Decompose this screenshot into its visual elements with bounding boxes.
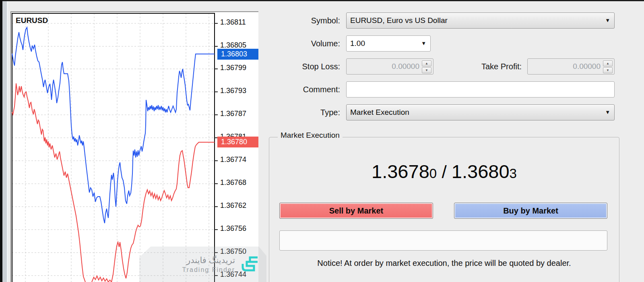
buy-by-market-button[interactable]: Buy by Market <box>454 203 607 219</box>
bid-price-last-digit: 0 <box>429 166 437 181</box>
axis-price-label: 1.36805 <box>220 41 246 50</box>
axis-price-label: 1.36774 <box>220 156 246 164</box>
spin-down-icon[interactable]: ▼ <box>603 67 613 73</box>
take-profit-label: Take Profit: <box>441 62 522 71</box>
symbol-select[interactable]: EURUSD, Euro vs US Dollar ▼ <box>346 12 615 29</box>
order-type-value: Market Execution <box>350 108 409 116</box>
axis-price-label: 1.36756 <box>220 224 246 233</box>
axis-price-label: 1.36811 <box>220 18 246 27</box>
trading-finder-logo-icon <box>240 255 259 274</box>
spin-down-icon[interactable]: ▼ <box>422 67 431 73</box>
take-profit-input[interactable]: 0.00000 ▲▼ <box>527 58 615 75</box>
notice-text: Notice! At order by market execution, th… <box>269 259 619 268</box>
axis-price-label: 1.36768 <box>220 178 246 187</box>
symbol-label: Symbol: <box>260 16 340 25</box>
market-execution-group-title: Market Execution <box>278 131 343 140</box>
symbol-value: EURUSD, Euro vs US Dollar <box>350 16 448 25</box>
take-profit-spinner[interactable]: ▲▼ <box>603 60 613 73</box>
order-window: EURUSD 1.368111.368051.367991.367931.367… <box>0 0 644 282</box>
chevron-down-icon: ▼ <box>421 36 426 51</box>
ask-price-tag: 1.36803 <box>217 49 258 60</box>
stop-loss-input[interactable]: 0.00000 ▲▼ <box>346 58 433 75</box>
volume-select[interactable]: 1.00 ▼ <box>346 35 431 52</box>
tick-chart-panel: EURUSD 1.368111.368051.367991.367931.367… <box>10 11 258 282</box>
chevron-down-icon: ▼ <box>605 13 610 28</box>
axis-price-label: 1.36793 <box>220 87 246 95</box>
axis-price-label: 1.36799 <box>220 64 246 72</box>
watermark-text: تریدینگ فایندر Trading Finder <box>182 255 235 274</box>
window-left-strip-highlight <box>7 1 8 282</box>
axis-price-label: 1.36762 <box>220 201 246 210</box>
bid-price-big: 1.3678 <box>372 161 429 182</box>
take-profit-value: 0.00000 <box>573 62 601 70</box>
stop-loss-label: Stop Loss: <box>260 62 340 71</box>
spin-up-icon[interactable]: ▲ <box>603 60 613 66</box>
axis-price-label: 1.36787 <box>220 110 246 118</box>
bid-ask-quote: 1.36780 / 1.36803 <box>269 160 619 182</box>
spin-up-icon[interactable]: ▲ <box>422 60 431 66</box>
stop-loss-value: 0.00000 <box>392 62 419 70</box>
quote-separator: / <box>437 162 452 182</box>
order-type-label: Type: <box>260 108 340 117</box>
stop-loss-spinner[interactable]: ▲▼ <box>422 60 431 73</box>
trading-finder-watermark: تریدینگ فایندر Trading Finder <box>139 247 266 282</box>
order-type-select[interactable]: Market Execution ▼ <box>346 104 615 120</box>
watermark-farsi-text: تریدینگ فایندر <box>182 255 235 265</box>
window-top-edge <box>0 0 644 1</box>
comment-label: Comment: <box>260 85 340 94</box>
ask-price-last-digit: 3 <box>510 166 517 181</box>
sell-by-market-button[interactable]: Sell by Market <box>279 203 433 219</box>
bid-price-tag: 1.36780 <box>217 137 258 147</box>
watermark-english-text: Trading Finder <box>182 266 235 274</box>
volume-value: 1.00 <box>350 39 365 48</box>
ask-price-big: 1.3680 <box>452 161 510 182</box>
chevron-down-icon: ▼ <box>605 105 610 120</box>
comment-input[interactable] <box>346 81 615 97</box>
volume-label: Volume: <box>260 39 340 48</box>
chart-symbol-label: EURUSD <box>16 16 48 25</box>
window-left-strip <box>2 1 7 282</box>
execution-progress-bar <box>279 230 607 251</box>
